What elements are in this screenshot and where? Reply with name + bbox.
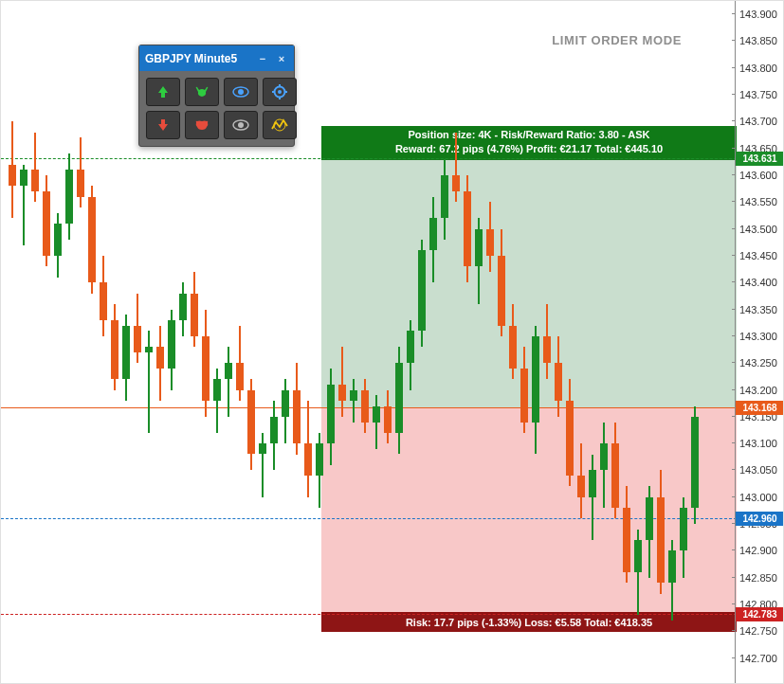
axis-tick: 143.600	[736, 175, 784, 189]
bear-button[interactable]	[185, 111, 219, 139]
reward-line1: Position size: 4K - Risk/Reward Ratio: 3…	[321, 128, 737, 142]
gear-button[interactable]	[263, 78, 297, 106]
svg-point-9	[238, 122, 244, 128]
price-label: 142.960	[736, 512, 784, 526]
axis-tick: 143.850	[736, 41, 784, 54]
chart-area[interactable]: Position size: 4K - Risk/Reward Ratio: 3…	[1, 1, 737, 684]
axis-tick: 143.900	[736, 14, 784, 27]
toolbar-minimize-button[interactable]: −	[256, 52, 269, 65]
axis-tick: 143.350	[736, 310, 784, 323]
eye-icon	[232, 85, 249, 99]
axis-tick: 143.400	[736, 282, 784, 296]
axis-tick: 143.250	[736, 363, 784, 376]
toolbar-title: GBPJPY Minute5	[145, 52, 237, 65]
bear-icon	[193, 117, 210, 133]
axis-tick: 142.900	[736, 550, 784, 564]
arrow-down-button[interactable]	[146, 111, 180, 139]
arrow-up-button[interactable]	[146, 78, 180, 106]
stop-line[interactable]	[1, 614, 737, 615]
axis-tick: 142.750	[736, 631, 784, 644]
mode-label: LIMIT ORDER MODE	[552, 33, 682, 47]
indicator-toolbar[interactable]: GBPJPY Minute5 − ×	[138, 45, 295, 147]
svg-point-1	[238, 89, 244, 95]
axis-tick: 143.500	[736, 229, 784, 243]
reward-line2: Reward: 67.2 pips (4.76%) Profit: €21.17…	[321, 142, 737, 156]
axis-tick: 143.550	[736, 202, 784, 215]
toolbar-close-button[interactable]: ×	[275, 52, 288, 65]
svg-point-10	[274, 119, 285, 131]
eye-off-icon	[232, 118, 249, 132]
indicator-icon	[271, 118, 288, 132]
axis-tick: 143.150	[736, 417, 784, 430]
reward-header: Position size: 4K - Risk/Reward Ratio: 3…	[321, 126, 737, 158]
price-axis: 143.900143.850143.800143.750143.700143.6…	[735, 1, 783, 684]
chart-window: Position size: 4K - Risk/Reward Ratio: 3…	[0, 0, 784, 684]
eye-button[interactable]	[224, 78, 258, 106]
axis-tick: 143.700	[736, 121, 784, 135]
arrow-up-icon	[155, 84, 171, 99]
arrow-down-icon	[155, 117, 171, 133]
toolbar-grid	[139, 71, 294, 146]
axis-tick: 143.800	[736, 68, 784, 81]
axis-tick: 143.000	[736, 497, 784, 511]
svg-point-3	[278, 90, 282, 94]
price-label: 142.783	[736, 607, 784, 621]
gear-icon	[272, 84, 287, 99]
axis-tick: 142.700	[736, 658, 784, 672]
toolbar-titlebar[interactable]: GBPJPY Minute5 − ×	[139, 45, 294, 71]
bull-button[interactable]	[185, 78, 219, 106]
reward-zone	[321, 158, 737, 406]
price-label: 143.168	[736, 401, 784, 415]
eye-off-button[interactable]	[224, 111, 258, 139]
price-label: 143.631	[736, 152, 784, 166]
entry-line[interactable]	[1, 407, 737, 408]
risk-line1: Risk: 17.7 pips (-1.33%) Loss: €5.58 Tot…	[321, 616, 737, 630]
axis-tick: 143.100	[736, 443, 784, 457]
axis-tick: 142.850	[736, 578, 784, 591]
bull-icon	[193, 84, 210, 99]
take-profit-line[interactable]	[1, 158, 737, 159]
axis-tick: 143.050	[736, 470, 784, 483]
axis-tick: 143.300	[736, 336, 784, 350]
risk-header: Risk: 17.7 pips (-1.33%) Loss: €5.58 Tot…	[321, 614, 737, 632]
axis-tick: 143.450	[736, 256, 784, 269]
indicator-button[interactable]	[263, 111, 297, 139]
axis-tick: 143.750	[736, 95, 784, 108]
